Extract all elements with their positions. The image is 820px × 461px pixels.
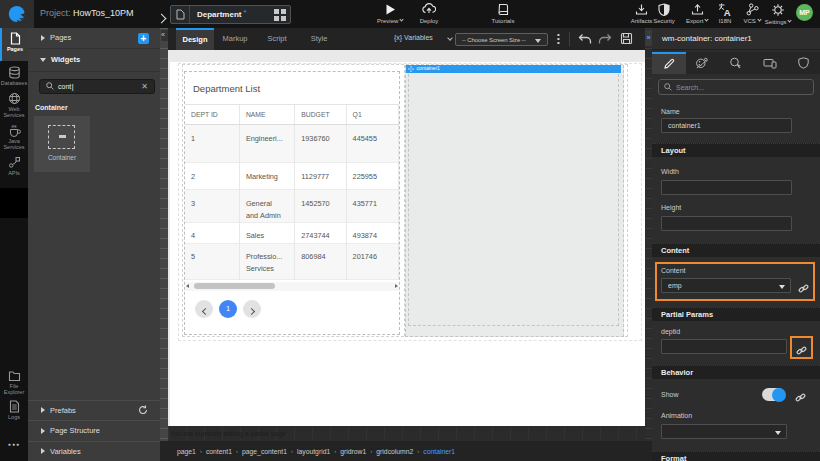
svg-text:A: A — [724, 7, 731, 17]
